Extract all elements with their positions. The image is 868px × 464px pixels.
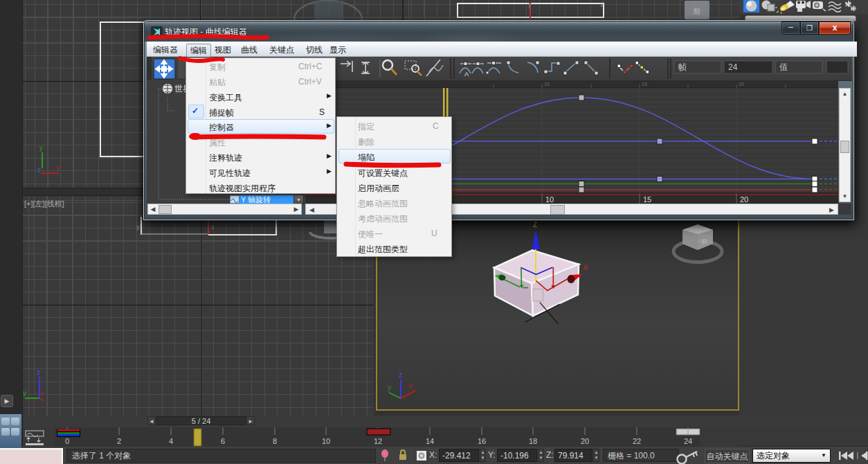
svg-text:x: x [56, 164, 60, 172]
svg-text:A: A [464, 71, 469, 78]
svg-text:22: 22 [633, 437, 641, 445]
svg-text:24: 24 [684, 437, 692, 445]
svg-text:x: x [211, 224, 215, 231]
svg-text:前: 前 [701, 238, 707, 245]
svg-text:z: z [37, 166, 41, 174]
svg-text:12: 12 [374, 437, 382, 445]
svg-text:10: 10 [322, 437, 330, 445]
svg-text:10: 10 [545, 195, 554, 204]
svg-text:y: y [39, 144, 43, 152]
svg-text:x: x [40, 389, 44, 397]
svg-text:24: 24 [728, 62, 738, 72]
svg-text:y: y [388, 383, 392, 391]
svg-text:8: 8 [273, 437, 277, 445]
svg-text:14: 14 [426, 437, 434, 445]
svg-text:X: X [583, 263, 588, 271]
svg-text:Z: Z [533, 221, 537, 229]
svg-text:16: 16 [478, 437, 486, 445]
svg-text:z: z [37, 369, 40, 376]
svg-text:15: 15 [642, 82, 647, 87]
svg-text:20: 20 [739, 82, 744, 87]
svg-text:18: 18 [529, 437, 537, 445]
svg-text:15: 15 [643, 195, 651, 204]
svg-text:x: x [408, 382, 413, 390]
svg-text:6: 6 [221, 437, 225, 445]
svg-text:帧: 帧 [678, 62, 687, 72]
svg-text:值: 值 [779, 62, 788, 72]
svg-text:0: 0 [65, 437, 69, 445]
svg-text:2: 2 [117, 437, 121, 445]
svg-text:z: z [399, 371, 403, 379]
svg-text:y: y [136, 224, 140, 231]
svg-text:y: y [23, 389, 26, 397]
svg-text:20: 20 [581, 437, 589, 445]
svg-text:10: 10 [544, 82, 550, 87]
svg-text:4: 4 [169, 437, 173, 445]
svg-text:20: 20 [740, 195, 748, 204]
